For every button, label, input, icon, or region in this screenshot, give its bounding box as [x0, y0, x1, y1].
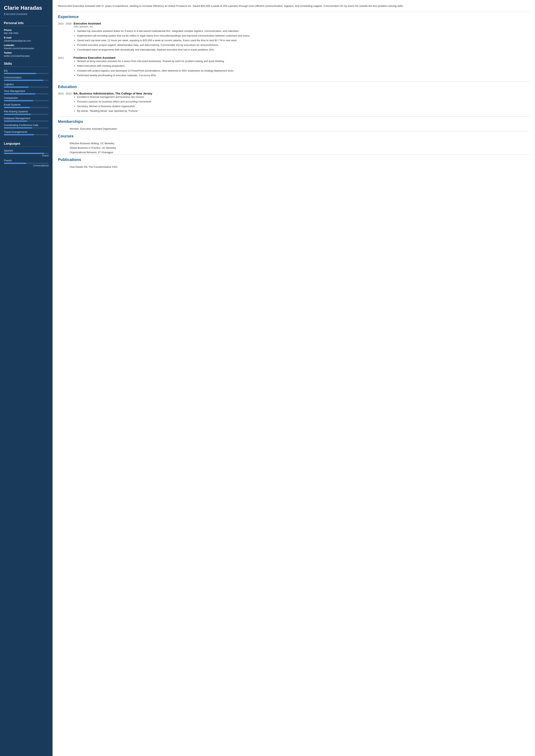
email-label: E-mail [4, 36, 49, 39]
skill-name: Time Management [4, 90, 49, 93]
divider-experience [58, 12, 529, 12]
skill-name: File-Sharing Systems [4, 110, 49, 113]
email-value: clarieharadas@gmail.com [4, 40, 49, 42]
experience-entry: 2013 - 2018 Executive Assistant ISN Lipm… [58, 22, 529, 53]
skill-bar-bg [4, 80, 49, 81]
language-bar-fill [4, 163, 26, 164]
skill-bar-fill [4, 114, 31, 115]
skill-name: Database Management [4, 117, 49, 120]
linkedin-value: linkedin.com/in/clarieharadas [4, 47, 49, 50]
bullet-item: Implemented call-recording system that c… [77, 34, 529, 38]
skill-item: Database Management [4, 117, 49, 122]
bullet-item: Provided executive project support, admi… [77, 43, 529, 47]
skill-bar-bg [4, 87, 49, 88]
sidebar: Clarie Haradas Executive Assistant Perso… [0, 0, 52, 756]
skill-bar-fill [4, 100, 33, 101]
membership-item: Member, Executive Assistant Organization [70, 126, 529, 131]
entry-date: 2013 - 2018 [58, 22, 73, 53]
linkedin-label: LinkedIn [4, 44, 49, 47]
phone-value: 862-208-2592 [4, 32, 49, 35]
skill-bar-bg [4, 134, 49, 135]
bullet-item: Secretary, Women in Business student org… [77, 104, 529, 108]
skill-item: Logistics [4, 83, 49, 88]
skill-name: Communication [4, 76, 49, 79]
main-content: Resourceful Executive Assistant with 5+ … [52, 0, 535, 756]
memberships-heading: Memberships [58, 119, 529, 124]
entry-body: BA, Business Administration, The College… [73, 92, 529, 114]
memberships-list: Member, Executive Assistant Organization [58, 126, 529, 131]
entry-date: 2013 [58, 56, 73, 78]
experience-entry: 2013 Freelance Executive Assistant Worke… [58, 56, 529, 78]
skill-item: EQ [4, 69, 49, 74]
skill-bar-bg [4, 114, 49, 115]
language-item: French Conversational [4, 159, 49, 167]
language-name: Spanish [4, 149, 49, 152]
personal-info-section: Personal Info Phone 862-208-2592 E-mail … [0, 19, 52, 59]
skill-item: Compassion [4, 96, 49, 101]
publication-item: How Details Kill, The Counterintuitive C… [70, 165, 529, 169]
skill-bar-bg [4, 127, 49, 128]
skill-name: EQ [4, 69, 49, 72]
languages-heading: Languages [4, 142, 49, 147]
bullet-item: Pursued a passion for business ethics an… [77, 100, 529, 104]
courses-list: Effective Business Writing, UC BerkeleyG… [58, 141, 529, 154]
sidebar-header: Clarie Haradas Executive Assistant [0, 0, 52, 19]
languages-list: Spanish Fluent French Conversational [4, 149, 49, 167]
course-item: Organizational Behavior, IIT Kharagpur [70, 150, 529, 154]
language-bar-bg [4, 153, 49, 154]
language-level: Fluent [4, 154, 49, 157]
divider-courses [58, 131, 529, 131]
skills-heading: Skills [4, 62, 49, 67]
summary-text: Resourceful Executive Assistant with 5+ … [58, 4, 529, 8]
skills-list: EQ Communication Logistics Time Manageme… [4, 69, 49, 135]
skill-bar-fill [4, 93, 35, 94]
bullet-item: Saved each top-level exec 11 hours per w… [77, 39, 529, 42]
language-name: French [4, 159, 49, 162]
skill-name: Compassion [4, 96, 49, 99]
bullet-item: Aided executives with meeting preparatio… [77, 64, 529, 68]
entry-body: Freelance Executive Assistant Worked as … [73, 56, 529, 78]
skill-name: Coordinating Conference Calls [4, 123, 49, 126]
skill-bar-fill [4, 107, 30, 108]
skill-bar-fill [4, 87, 29, 88]
bullet-item: Worked as temp executive assistant for 4… [77, 59, 529, 63]
courses-heading: Courses [58, 134, 529, 138]
language-bar-fill [4, 153, 44, 154]
entry-bullets: Worked as temp executive assistant for 4… [73, 59, 529, 77]
skill-item: Travel Arrangements [4, 130, 49, 135]
bullet-item: Assisted with project logistics and deve… [77, 69, 529, 73]
edu-bullets: Excelled in financial management and bus… [73, 95, 529, 113]
candidate-title: Executive Assistant [4, 13, 49, 15]
skill-bar-fill [4, 80, 43, 81]
personal-info-heading: Personal Info [4, 21, 49, 26]
divider-education [58, 82, 529, 82]
skill-item: File-Sharing Systems [4, 110, 49, 115]
skill-bar-bg [4, 100, 49, 101]
skill-bar-bg [4, 93, 49, 94]
bullet-item: Coordinated travel arrangements both dom… [77, 48, 529, 52]
skill-bar-fill [4, 134, 34, 135]
language-bar-bg [4, 163, 49, 164]
phone-label: Phone [4, 29, 49, 32]
education-heading: Education [58, 85, 529, 89]
language-level: Conversational [4, 164, 49, 167]
languages-section: Languages Spanish Fluent French Conversa… [0, 139, 52, 171]
entry-bullets: Handled top executive assistant duties f… [73, 29, 529, 52]
skill-name: Logistics [4, 83, 49, 86]
skill-item: Time Management [4, 90, 49, 94]
bullet-item: Handled top executive assistant duties f… [77, 29, 529, 33]
skill-bar-fill [4, 121, 27, 122]
skill-bar-bg [4, 73, 49, 74]
bullet-item: Performed weekly proofreading of executi… [77, 73, 529, 77]
skill-name: Email Systems [4, 103, 49, 106]
skill-bar-fill [4, 127, 32, 128]
skill-bar-fill [4, 73, 36, 74]
degree-title: BA, Business Administration, The College… [73, 92, 529, 95]
skill-item: Coordinating Conference Calls [4, 123, 49, 128]
course-item: Effective Business Writing, UC Berkeley [70, 141, 529, 146]
education-entry: 2010 - 2013 BA, Business Administration,… [58, 92, 529, 114]
entry-company: ISN Lipmann, Inc. [73, 25, 529, 28]
candidate-name: Clarie Haradas [4, 5, 49, 11]
language-item: Spanish Fluent [4, 149, 49, 157]
publications-list: How Details Kill, The Counterintuitive C… [58, 165, 529, 169]
